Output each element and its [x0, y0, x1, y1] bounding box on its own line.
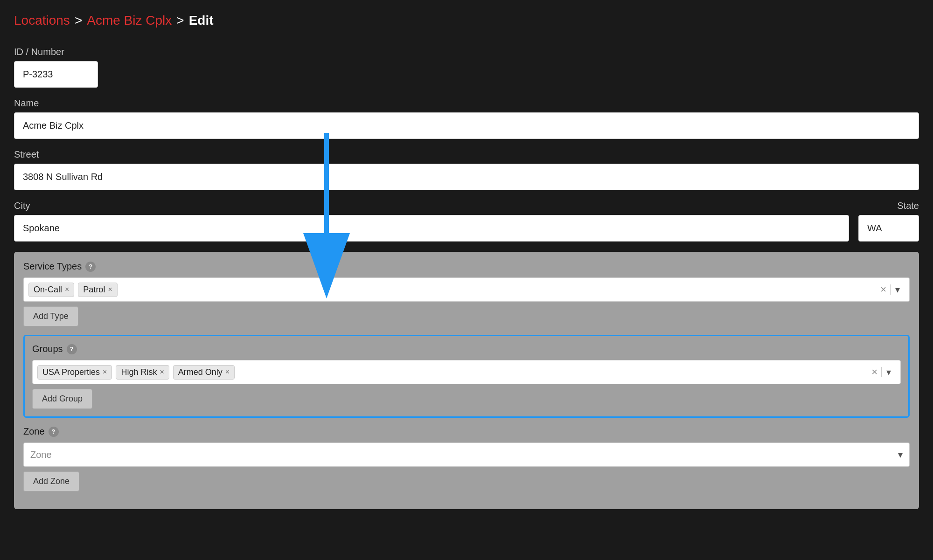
service-types-section: Service Types ? On-Call × Patrol × × ▾ — [23, 261, 910, 326]
name-field-section: Name — [14, 98, 919, 139]
tag-on-call: On-Call × — [28, 283, 74, 297]
tag-high-risk-close[interactable]: × — [160, 368, 164, 376]
breadcrumb-edit: Edit — [189, 13, 214, 28]
zone-label: Zone ? — [23, 426, 910, 437]
add-zone-button[interactable]: Add Zone — [23, 471, 79, 491]
city-label: City — [14, 200, 30, 211]
zone-help-icon[interactable]: ? — [49, 427, 59, 437]
service-types-chevron-icon[interactable]: ▾ — [891, 285, 905, 294]
service-types-label: Service Types ? — [23, 261, 910, 272]
service-types-tags: On-Call × Patrol × — [28, 283, 872, 297]
zone-select[interactable]: Zone ▾ — [23, 442, 910, 467]
breadcrumb-locations[interactable]: Locations — [14, 13, 70, 28]
groups-select[interactable]: USA Properties × High Risk × Armed Only … — [32, 360, 901, 384]
tag-on-call-close[interactable]: × — [65, 286, 69, 293]
groups-clear-icon[interactable]: × — [868, 367, 882, 377]
zone-chevron-icon[interactable]: ▾ — [898, 449, 903, 460]
id-label: ID / Number — [14, 47, 919, 57]
tag-patrol-close[interactable]: × — [108, 286, 112, 293]
breadcrumb-sep2: > — [176, 13, 184, 28]
id-field-section: ID / Number — [14, 47, 919, 88]
tag-armed-only-close[interactable]: × — [225, 368, 230, 376]
id-input[interactable] — [14, 61, 98, 88]
tag-patrol: Patrol × — [78, 283, 117, 297]
groups-controls: × ▾ — [868, 367, 896, 377]
groups-tags: USA Properties × High Risk × Armed Only … — [37, 365, 863, 380]
state-field-wrapper — [858, 215, 919, 242]
groups-highlighted-box: Groups ? USA Properties × High Risk × Ar… — [23, 335, 910, 418]
zone-placeholder: Zone — [30, 449, 898, 460]
street-input[interactable] — [14, 164, 919, 190]
state-input[interactable] — [858, 215, 919, 242]
groups-chevron-icon[interactable]: ▾ — [882, 367, 896, 377]
service-types-help-icon[interactable]: ? — [85, 262, 96, 272]
state-label: State — [897, 200, 919, 211]
name-input[interactable] — [14, 112, 919, 139]
tag-usa-properties-close[interactable]: × — [103, 368, 107, 376]
add-type-button[interactable]: Add Type — [23, 306, 78, 326]
city-field-wrapper — [14, 215, 849, 242]
city-state-section: City State — [14, 200, 919, 242]
breadcrumb-sep1: > — [75, 13, 82, 28]
groups-label: Groups ? — [32, 344, 901, 354]
street-label: Street — [14, 149, 919, 160]
tag-armed-only: Armed Only × — [173, 365, 235, 380]
gray-section: Service Types ? On-Call × Patrol × × ▾ — [14, 252, 919, 509]
name-label: Name — [14, 98, 919, 109]
city-input[interactable] — [14, 215, 849, 242]
groups-help-icon[interactable]: ? — [67, 344, 77, 354]
breadcrumb: Locations > Acme Biz Cplx > Edit — [14, 13, 919, 28]
add-group-button[interactable]: Add Group — [32, 389, 92, 409]
service-types-select[interactable]: On-Call × Patrol × × ▾ — [23, 277, 910, 302]
service-types-controls: × ▾ — [877, 284, 905, 295]
tag-usa-properties: USA Properties × — [37, 365, 112, 380]
tag-high-risk: High Risk × — [116, 365, 169, 380]
breadcrumb-acme[interactable]: Acme Biz Cplx — [87, 13, 172, 28]
zone-section: Zone ? Zone ▾ Add Zone — [23, 426, 910, 491]
street-field-section: Street — [14, 149, 919, 190]
service-types-clear-icon[interactable]: × — [877, 284, 891, 295]
